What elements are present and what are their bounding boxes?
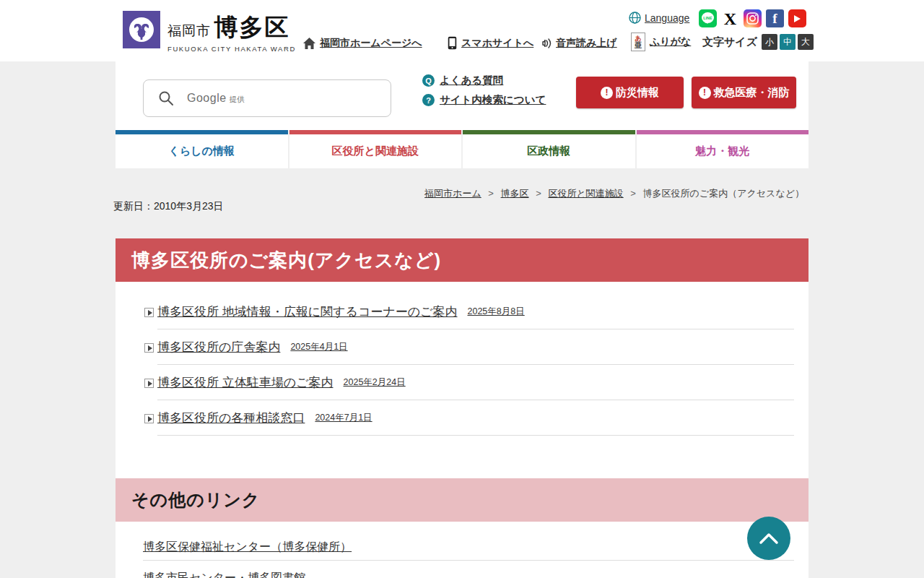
list-item: 博多区役所 地域情報・広報に関するコーナーのご案内 2025年8月8日 [157,294,794,329]
logo-city: 福岡市 [167,23,211,38]
logo-ward: 博多区 [214,14,289,40]
font-size-label: 文字サイズ [702,35,757,49]
speech-readout-link[interactable]: 音声読み上げ [556,37,617,50]
furigana-link-group: あ 亜 ふりがな [631,33,691,51]
arrow-icon [144,414,154,423]
disaster-info-label: 防災情報 [616,86,659,100]
page-title: 博多区役所のご案内(アクセスなど) [116,238,808,282]
globe-icon [629,12,641,24]
site-logo-text: 福岡市 博多区 FUKUOKA CITY HAKATA WARD [167,12,296,53]
link-date[interactable]: 2025年2月24日 [344,376,406,389]
list-item: 博多区役所の庁舎案内 2025年4月1日 [157,329,794,365]
smartphone-link-group: スマホサイトへ [448,36,533,50]
list-item: 博多区役所の各種相談窓口 2024年7月1日 [157,400,794,436]
breadcrumb-hakata-ward[interactable]: 博多区 [501,188,529,199]
link-date[interactable]: 2025年8月8日 [468,306,525,318]
fukuoka-emblem-icon [126,14,157,46]
breadcrumb-current-page: 博多区役所のご案内（アクセスなど） [643,188,804,199]
furigana-icon-kanji: 亜 [635,42,642,49]
instagram-camera [746,12,759,25]
faq-link-group: Q よくある質問 [422,74,546,87]
main-nav: くらしの情報 区役所と関連施設 区政情報 魅力・観光 [116,130,808,168]
logo-subtitle: FUKUOKA CITY HAKATA WARD [167,45,296,53]
link-citizen-center-library[interactable]: 博多市民センター・博多図書館 [143,571,305,578]
faq-q-icon: Q [422,74,435,87]
site-search-input[interactable]: Google提供 [143,79,391,117]
divider [143,560,794,561]
site-search-help-group: ? サイト内検索について [422,93,546,107]
tab-attraction-tourism[interactable]: 魅力・観光 [637,130,809,168]
link-list: 博多区役所 地域情報・広報に関するコーナーのご案内 2025年8月8日 博多区役… [116,282,808,478]
line-icon[interactable]: LINE [699,9,717,27]
font-size-control: 文字サイズ 小 中 大 [702,34,814,50]
site-header: 福岡市 博多区 FUKUOKA CITY HAKATA WARD 福岡市ホームペ… [0,0,924,61]
svg-text:LINE: LINE [703,16,712,20]
tab-ward-office[interactable]: 区役所と関連施設 [289,130,462,168]
font-size-large-button[interactable]: 大 [798,34,814,50]
link-date[interactable]: 2024年7月1日 [315,412,372,424]
arrow-icon [144,343,154,353]
question-icon: ? [422,94,435,106]
tab-living-info[interactable]: くらしの情報 [116,130,288,168]
search-band: Google提供 Q よくある質問 ? サイト内検索について ! 防災情報 ! … [0,61,924,130]
youtube-play-glyph [794,15,801,22]
furigana-link[interactable]: ふりがな [650,35,691,48]
line-bubble: LINE [700,11,715,26]
updated-date: 更新日：2010年3月23日 [113,200,224,213]
instagram-icon[interactable] [744,9,762,27]
link-health-welfare-center[interactable]: 博多区保健福祉センター（博多保健所） [143,540,352,555]
breadcrumb-separator: > [630,188,636,199]
search-column: Google提供 Q よくある質問 ? サイト内検索について ! 防災情報 ! … [116,61,808,130]
facebook-glyph: f [772,11,777,27]
city-home-link[interactable]: 福岡市ホームページへ [320,37,422,50]
youtube-icon[interactable] [788,9,806,27]
breadcrumb: 福岡市ホーム > 博多区 > 区役所と関連施設 > 博多区役所のご案内（アクセス… [116,187,808,200]
breadcrumb-ward-office[interactable]: 区役所と関連施設 [548,188,623,199]
exclamation-icon: ! [601,87,613,99]
smartphone-site-link[interactable]: スマホサイトへ [461,37,533,50]
facebook-icon[interactable]: f [766,9,784,27]
breadcrumb-separator: > [536,188,541,199]
home-icon [303,38,315,49]
link-consultation-desk[interactable]: 博多区役所の各種相談窓口 [157,410,305,426]
link-building-guide[interactable]: 博多区役所の庁舎案内 [157,339,280,355]
x-twitter-icon[interactable]: X [721,9,739,27]
disaster-info-button[interactable]: ! 防災情報 [576,77,684,108]
link-regional-info[interactable]: 博多区役所 地域情報・広報に関するコーナーのご案内 [157,303,458,320]
faq-link[interactable]: よくある質問 [440,74,503,87]
link-date[interactable]: 2025年4月1日 [290,341,347,353]
other-links-list: 博多区保健福祉センター（博多保健所） 博多市民センター・博多図書館 [116,522,808,578]
language-link[interactable]: Language [645,12,689,24]
link-parking-garage[interactable]: 博多区役所 立体駐車場のご案内 [157,374,334,391]
list-item: 博多区役所 立体駐車場のご案内 2025年2月24日 [157,365,794,400]
emergency-medical-button[interactable]: ! 救急医療・消防 [692,77,796,108]
arrow-icon [144,308,154,317]
scroll-to-top-button[interactable] [747,517,790,560]
help-links: Q よくある質問 ? サイト内検索について [422,74,546,107]
font-size-small-button[interactable]: 小 [762,34,777,50]
arrow-icon [144,379,154,388]
search-placeholder: Google提供 [187,92,245,105]
chevron-up-icon [758,532,780,545]
breadcrumb-city-home[interactable]: 福岡市ホーム [424,188,481,199]
city-home-link-group: 福岡市ホームページへ [303,37,422,50]
search-icon [158,90,174,106]
speech-readout-icon [540,38,552,49]
ward-logo[interactable] [123,11,160,48]
social-icons: LINE X f [699,9,806,27]
breadcrumb-separator: > [488,188,494,199]
tab-ward-administration[interactable]: 区政情報 [463,130,635,168]
smartphone-icon [448,36,457,50]
speech-link-group: 音声読み上げ [540,37,617,50]
x-glyph: X [724,10,736,27]
search-provided-by: 提供 [230,95,245,103]
site-search-help-link[interactable]: サイト内検索について [440,93,546,107]
exclamation-icon: ! [699,87,711,99]
language-link-group: Language [629,12,689,24]
search-provider: Google [187,92,227,104]
other-links-heading: その他のリンク [116,478,808,522]
emergency-medical-label: 救急医療・消防 [714,86,790,100]
furigana-icon: あ 亜 [631,33,645,51]
font-size-medium-button[interactable]: 中 [780,34,796,50]
